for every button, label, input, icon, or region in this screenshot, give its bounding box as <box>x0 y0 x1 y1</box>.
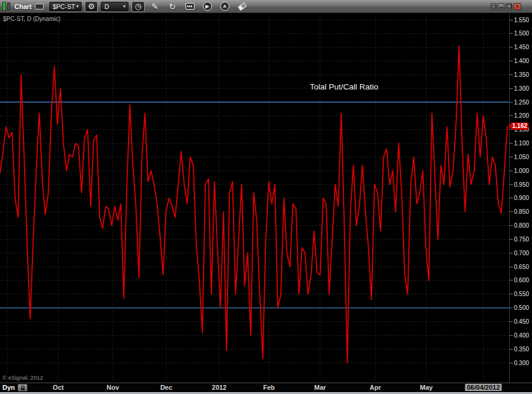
x-axis-label: Feb <box>263 384 275 391</box>
minimize-button[interactable] <box>498 3 504 10</box>
y-axis-tick: 0.850 <box>514 208 529 215</box>
y-axis-tick: 0.450 <box>514 318 529 325</box>
dynamic-mode-label: Dyn <box>2 384 15 391</box>
copyright-label: © eSignal, 2012 <box>2 374 43 381</box>
price-axis[interactable]: 1.162 1.5501.5001.4501.4001.3501.3001.25… <box>509 13 532 383</box>
symbol-link-indicator-icon[interactable] <box>2 2 10 11</box>
time-axis[interactable]: Dyn OctNovDec2012FebMarAprMay06/04/2012 <box>0 383 532 392</box>
y-axis-tick-mark <box>510 61 513 61</box>
y-axis-tick: 1.350 <box>514 71 529 78</box>
last-price-badge: 1.162 <box>511 123 528 130</box>
y-axis-tick-mark <box>510 115 513 116</box>
instrument-label: $PC-ST, D (Dynamic) <box>3 16 61 22</box>
y-axis-tick: 1.300 <box>514 85 529 92</box>
y-axis-tick-mark <box>510 33 513 34</box>
y-axis-tick-mark <box>510 280 513 280</box>
y-axis-tick-mark <box>510 171 513 171</box>
y-axis-tick: 1.400 <box>514 58 529 64</box>
y-axis-tick-mark <box>510 143 513 144</box>
play-circle-icon: ▶ <box>203 2 212 11</box>
y-axis-tick-mark <box>510 335 513 336</box>
y-axis-tick-mark <box>510 88 513 89</box>
layout-badge-icon <box>35 4 44 10</box>
y-axis-tick-mark <box>510 308 513 308</box>
chart-plot-area[interactable]: $PC-ST, D (Dynamic) Tolal Put/Call Ratio… <box>0 13 509 383</box>
y-axis-tick: 0.500 <box>514 305 529 311</box>
y-axis-tick-mark <box>510 267 513 267</box>
last-price-value: 1.162 <box>512 123 527 129</box>
x-axis-label: Oct <box>53 384 64 391</box>
y-axis-tick: 0.950 <box>514 181 529 188</box>
interval-select[interactable]: D ▾ <box>101 2 128 11</box>
y-axis-tick: 0.900 <box>514 195 529 201</box>
quote-board-button[interactable] <box>184 1 195 12</box>
y-axis-tick: 0.600 <box>514 277 529 283</box>
maximize-icon <box>507 4 512 8</box>
x-axis-date-box: 06/04/2012 <box>465 384 501 391</box>
y-axis-tick: 1.450 <box>514 44 529 50</box>
y-axis-tick: 0.650 <box>514 264 529 270</box>
letter-a-circle-icon: A <box>220 2 229 11</box>
x-axis-label: Mar <box>314 384 326 391</box>
reload-button[interactable]: ↻ <box>167 1 178 12</box>
y-axis-tick-mark <box>510 294 513 294</box>
y-axis-tick-mark <box>510 184 513 185</box>
y-axis-tick-mark <box>510 253 513 253</box>
y-axis-tick-mark <box>510 363 513 363</box>
y-axis-tick: 1.250 <box>514 99 529 106</box>
lock-icon <box>20 385 26 391</box>
restore-icon <box>492 5 496 8</box>
close-icon: ✕ <box>515 4 519 9</box>
y-axis-tick-mark <box>510 157 513 157</box>
y-axis-tick: 1.200 <box>514 112 529 119</box>
interval-dropdown-arrow-icon[interactable]: ▾ <box>122 2 127 11</box>
y-axis-tick: 0.300 <box>514 360 529 366</box>
x-axis-label: Dec <box>160 384 172 391</box>
window-title-bar: Chart $PC-ST ▾ ⚙ D ▾ ◷ ✎ ↻ ▶ A ✕ <box>0 0 532 13</box>
window-controls: ✕ <box>491 3 521 10</box>
y-axis-tick-mark <box>510 47 513 47</box>
y-axis-tick: 0.550 <box>514 291 529 297</box>
x-axis-label: May <box>420 384 432 391</box>
y-axis-tick: 0.750 <box>514 236 529 243</box>
y-axis-tick: 0.800 <box>514 222 529 229</box>
y-axis-tick-mark <box>510 349 513 350</box>
symbol-input[interactable]: $PC-ST ▾ <box>49 2 82 11</box>
close-button[interactable]: ✕ <box>513 3 521 10</box>
gear-icon: ⚙ <box>88 2 95 10</box>
chart-annotation: Tolal Put/Call Ratio <box>310 82 378 91</box>
symbol-search-button[interactable]: ⚙ <box>85 1 98 12</box>
pencil-icon: ✎ <box>151 2 159 11</box>
y-axis-tick: 0.400 <box>514 332 529 339</box>
y-axis-tick-mark <box>510 211 513 212</box>
price-plot-svg <box>0 13 509 383</box>
x-axis-label: Apr <box>370 384 381 391</box>
draw-tools-button[interactable]: ✎ <box>150 1 160 12</box>
eraser-icon <box>237 2 246 10</box>
y-axis-tick-mark <box>510 225 513 226</box>
quote-board-icon <box>186 3 195 10</box>
y-axis-tick: 1.550 <box>514 17 529 23</box>
maximize-button[interactable] <box>506 3 512 10</box>
y-axis-tick-mark <box>510 74 513 75</box>
y-axis-tick-mark <box>510 102 513 103</box>
interval-value: D <box>104 3 109 10</box>
eraser-button[interactable] <box>237 1 247 12</box>
y-axis-tick-mark <box>510 321 513 322</box>
x-axis-label: 2012 <box>212 384 226 391</box>
symbol-value: $PC-ST <box>53 3 75 10</box>
y-axis-tick-mark <box>510 239 513 240</box>
time-template-button[interactable] <box>17 384 28 392</box>
restore-button[interactable] <box>491 3 497 10</box>
y-axis-tick-mark <box>510 198 513 198</box>
y-axis-tick: 1.000 <box>514 168 529 174</box>
alerts-button[interactable]: A <box>219 1 230 12</box>
y-axis-tick: 1.500 <box>514 30 529 37</box>
y-axis-tick: 0.350 <box>514 346 529 353</box>
minimize-icon <box>500 7 503 8</box>
time-interval-button[interactable]: ◷ <box>131 1 145 12</box>
replay-button[interactable]: ▶ <box>202 1 213 12</box>
symbol-dropdown-arrow-icon[interactable]: ▾ <box>75 2 80 11</box>
y-axis-tick: 0.700 <box>514 250 529 256</box>
refresh-icon: ↻ <box>169 2 176 11</box>
